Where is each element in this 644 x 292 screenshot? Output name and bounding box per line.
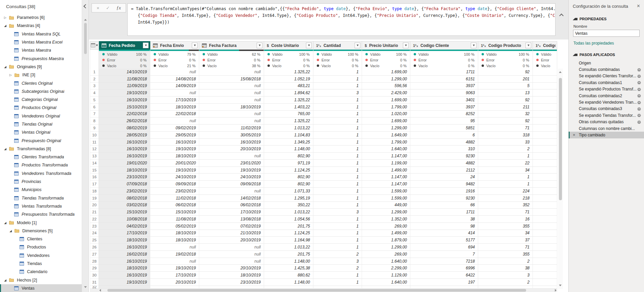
query-item-ine-3[interactable]: ▷INE [3]: [0, 71, 82, 79]
tree-expanded-icon[interactable]: ◢: [4, 24, 9, 27]
cell-codigo-producto[interactable]: 92: [478, 69, 533, 76]
cell-codigo-v[interactable]: [533, 69, 557, 76]
cell-fecha-envio[interactable]: 05/02/2019: [150, 223, 199, 230]
filter-dropdown-button[interactable]: [143, 43, 149, 48]
cell-cantidad[interactable]: 1: [313, 83, 362, 90]
cell-codigo-v[interactable]: [533, 76, 557, 83]
cell-cantidad[interactable]: 1: [313, 181, 362, 188]
cell-codigo-cliente[interactable]: 2112: [410, 167, 478, 174]
cell-codigo-cliente[interactable]: 9230: [410, 153, 478, 160]
cell-precio-unitario[interactable]: 1.299,00: [362, 125, 410, 132]
cell-codigo-v[interactable]: [533, 153, 557, 160]
cell-fecha-pedido[interactable]: 08/02/2019: [99, 125, 150, 132]
cell-fecha-pedido[interactable]: 16/10/2019: [99, 97, 150, 104]
query-item-productos[interactable]: Productos: [0, 243, 82, 251]
column-header-fecha-envio[interactable]: Fecha Envio: [150, 41, 199, 50]
cell-codigo-producto[interactable]: 16: [478, 216, 533, 223]
cell-fecha-pedido[interactable]: 03/02/2018: [99, 202, 150, 209]
tree-expanded-icon[interactable]: ◢: [4, 221, 9, 224]
scroll-up-icon[interactable]: [559, 71, 562, 73]
query-item-ventas-original[interactable]: Ventas Original: [0, 128, 82, 136]
column-quality-codigo-producto[interactable]: Válido100 %Error0 %Vacío0 %: [478, 50, 533, 69]
all-properties-link[interactable]: Todas las propiedades: [573, 41, 644, 46]
cell-fecha-envio[interactable]: 11/08/2018: [150, 216, 199, 223]
select-all-columns-button[interactable]: [90, 41, 99, 50]
filter-dropdown-button[interactable]: [525, 43, 531, 48]
cell-cantidad[interactable]: 1: [313, 111, 362, 118]
cell-fecha-pedido[interactable]: 23/02/2019: [99, 188, 150, 195]
cell-precio-unitario[interactable]: 1.599,00: [362, 188, 410, 195]
cell-cantidad[interactable]: 1: [313, 279, 362, 286]
query-item-originales-9[interactable]: ◢Originales [9]: [0, 63, 82, 71]
applied-step-se-expandi-clientes-transfor[interactable]: Se expandió Clientes Transfor...: [569, 73, 644, 79]
cell-codigo-v[interactable]: [533, 279, 557, 286]
cell-codigo-producto[interactable]: 355: [478, 223, 533, 230]
cell-codigo-cliente[interactable]: 310: [410, 145, 478, 153]
cell-fecha-envio[interactable]: 09/02/2019: [150, 125, 199, 132]
tree-collapsed-icon[interactable]: ▷: [9, 73, 15, 77]
cell-codigo-producto[interactable]: 2: [478, 279, 533, 286]
cell-fecha-pedido[interactable]: 18/10/2019: [99, 265, 150, 272]
cell-cantidad[interactable]: 1: [313, 97, 362, 104]
cell-cantidad[interactable]: 1: [313, 188, 362, 195]
cell-codigo-producto[interactable]: 355: [478, 251, 533, 258]
cell-coste-unitario[interactable]: 1.013,22: [264, 209, 313, 216]
cell-fecha-factura[interactable]: 18/10/2019: [199, 104, 264, 111]
query-item-provincias[interactable]: Provincias: [0, 178, 82, 186]
cell-fecha-factura[interactable]: 24/10/2019: [199, 174, 264, 181]
cell-fecha-factura[interactable]: 23/01/2020: [199, 160, 264, 167]
cell-fecha-pedido[interactable]: 16/10/2019: [99, 272, 150, 279]
query-item-ventas[interactable]: Ventas: [0, 284, 82, 292]
gear-icon[interactable]: [637, 120, 641, 124]
cell-codigo-v[interactable]: [533, 237, 557, 244]
cell-fecha-pedido[interactable]: 17/10/2019: [99, 230, 150, 237]
column-quality-codigo-v[interactable]: VálidoErrorVacío: [533, 50, 557, 69]
cell-codigo-producto[interactable]: 32: [478, 111, 533, 118]
cell-coste-unitario[interactable]: 1.349,25: [264, 139, 313, 146]
gear-icon[interactable]: [637, 87, 641, 91]
cell-fecha-pedido[interactable]: 11/09/2019: [99, 83, 150, 90]
cell-codigo-cliente[interactable]: 6996: [410, 265, 478, 272]
query-item-municipios[interactable]: Municipios: [0, 186, 82, 194]
applied-step-consultas-combinadas1[interactable]: Consultas combinadas1: [569, 79, 644, 86]
cell-fecha-factura[interactable]: 20/10/2019: [199, 265, 264, 272]
query-item-tiendas[interactable]: Tiendas: [0, 260, 82, 268]
cell-codigo-producto[interactable]: 38: [478, 265, 533, 272]
cell-codigo-producto[interactable]: 71: [478, 125, 533, 132]
cell-fecha-factura[interactable]: 18/10/2019: [199, 272, 264, 279]
cell-precio-unitario[interactable]: 1.199,00: [362, 160, 410, 167]
query-item-dimensiones-5[interactable]: ◢Dimensiones [5]: [0, 227, 82, 235]
cell-codigo-cliente[interactable]: 1711: [410, 69, 478, 76]
cell-fecha-envio[interactable]: 19/02/2018: [150, 251, 199, 258]
cell-codigo-producto[interactable]: 5: [478, 83, 533, 90]
collapse-queries-pane-icon[interactable]: [83, 4, 88, 8]
cell-fecha-envio[interactable]: 19/10/2019: [150, 265, 199, 272]
cell-coste-unitario[interactable]: 1.054,56: [264, 216, 313, 223]
cell-codigo-producto[interactable]: 71: [478, 209, 533, 216]
cancel-icon[interactable]: ×: [97, 6, 99, 10]
cell-precio-unitario[interactable]: 1.147,00: [362, 174, 410, 181]
cell-codigo-producto[interactable]: 3: [478, 272, 533, 279]
cell-fecha-envio[interactable]: 17/10/2019: [150, 272, 199, 279]
cell-fecha-pedido[interactable]: 14/10/2019: [99, 69, 150, 76]
cell-fecha-factura[interactable]: null: [199, 83, 264, 90]
applied-step-origen[interactable]: Origen: [569, 60, 644, 66]
cell-codigo-cliente[interactable]: 7218: [410, 258, 478, 265]
filter-dropdown-button[interactable]: [471, 43, 476, 48]
cell-fecha-factura[interactable]: 20/10/2019: [199, 145, 264, 153]
cell-codigo-v[interactable]: [533, 188, 557, 195]
query-item-vendedores[interactable]: Vendedores: [0, 251, 82, 260]
cell-coste-unitario[interactable]: 1.104,83: [264, 132, 313, 139]
query-item-categorias-original[interactable]: Categorias Original: [0, 96, 82, 104]
cell-coste-unitario[interactable]: 1.164,98: [264, 237, 313, 244]
cell-precio-unitario[interactable]: 449,00: [362, 202, 410, 209]
cell-coste-unitario[interactable]: 1.124,25: [264, 230, 313, 237]
cell-precio-unitario[interactable]: 1.699,00: [362, 69, 410, 76]
cell-codigo-v[interactable]: [533, 258, 557, 265]
cell-fecha-factura[interactable]: null: [199, 153, 264, 160]
cell-codigo-producto[interactable]: 33: [478, 139, 533, 146]
column-header-codigo-v[interactable]: 1²₃Codigo V: [533, 41, 557, 50]
cell-coste-unitario[interactable]: 802,90: [264, 181, 313, 188]
cell-codigo-cliente[interactable]: 6: [410, 132, 478, 139]
gear-icon[interactable]: [637, 94, 641, 98]
